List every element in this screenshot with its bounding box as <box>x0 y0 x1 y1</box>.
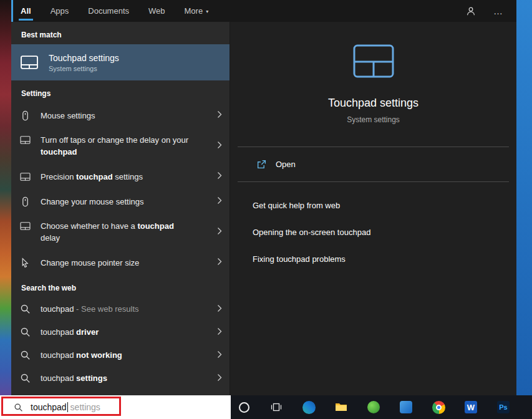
result-row[interactable]: touchpad <box>11 390 230 395</box>
chevron-right-icon <box>217 327 222 337</box>
pointer-icon <box>20 258 31 268</box>
tab-label: All <box>21 6 31 16</box>
result-text: Change mouse pointer size <box>41 257 194 269</box>
taskbar-search-field[interactable]: touchpad settings <box>0 395 231 419</box>
result-row[interactable]: Choose whether to have a touchpad delay <box>11 214 230 250</box>
chevron-right-icon <box>217 350 222 360</box>
tab-documents[interactable]: Documents <box>86 0 131 22</box>
dropdown-arrow-icon: ▾ <box>206 9 208 14</box>
more-options-icon[interactable]: … <box>493 6 504 16</box>
screen: AllAppsDocumentsWebMore▾ … Best match <box>0 0 532 419</box>
search-suggestion-text: settings <box>68 402 100 412</box>
desktop-wallpaper-right-edge <box>516 0 532 395</box>
result-row[interactable]: touchpad - See web results <box>11 297 230 320</box>
result-text: Precision touchpad settings <box>41 171 194 183</box>
help-link[interactable]: Opening the on-screen touchpad <box>253 228 370 237</box>
tab-all[interactable]: All <box>19 0 33 22</box>
tab-label: More <box>185 6 203 16</box>
result-text: Choose whether to have a touchpad delay <box>41 220 194 244</box>
touchpad-large-icon <box>230 44 516 80</box>
chevron-right-icon <box>217 172 222 181</box>
word-icon[interactable]: W <box>463 399 479 415</box>
taskbar: touchpad settings WPs <box>0 395 532 419</box>
search-icon <box>14 403 23 412</box>
result-sections: SettingsMouse settingsTurn off taps or c… <box>11 80 230 395</box>
result-text: Mouse settings <box>41 110 194 122</box>
touchpad-icon <box>20 171 31 182</box>
result-row[interactable]: touchpad driver <box>11 320 230 344</box>
result-row[interactable]: Change mouse pointer size <box>11 250 230 275</box>
help-header: Get quick help from web <box>230 182 516 210</box>
best-match-text: Touchpad settings System settings <box>49 53 119 72</box>
chevron-right-icon <box>217 111 222 120</box>
tab-apps[interactable]: Apps <box>49 0 71 22</box>
section-header: Search the web <box>11 275 230 297</box>
result-text: touchpad driver <box>41 326 194 338</box>
open-icon <box>256 159 267 170</box>
help-link[interactable]: Fixing touchpad problems <box>253 254 346 264</box>
chevron-right-icon <box>217 258 222 267</box>
best-match-title: Touchpad settings <box>49 53 119 63</box>
photoshop-icon[interactable]: Ps <box>495 399 511 415</box>
chevron-right-icon <box>217 228 222 237</box>
results-panel: Best match Touchpad settings System sett… <box>11 22 230 395</box>
chevron-right-icon <box>217 142 222 151</box>
help-links: Opening the on-screen touchpadFixing tou… <box>230 228 516 264</box>
desktop-wallpaper-left-edge <box>0 0 11 395</box>
mouse-icon <box>20 196 31 207</box>
search-icon <box>20 373 31 383</box>
chevron-right-icon <box>217 197 222 206</box>
edge-icon[interactable] <box>301 399 317 415</box>
file-explorer-icon[interactable] <box>333 399 349 415</box>
chevron-right-icon <box>217 304 222 314</box>
search-icon <box>20 304 31 314</box>
result-text: touchpad not working <box>41 349 194 361</box>
tab-label: Documents <box>88 6 129 16</box>
chrome-icon[interactable] <box>430 399 447 415</box>
task-view-icon[interactable] <box>268 399 284 415</box>
topbar-actions: … <box>466 0 516 22</box>
mouse-icon <box>20 110 31 121</box>
result-tabs: AllAppsDocumentsWebMore▾ <box>19 0 226 22</box>
preview-subtitle: System settings <box>230 115 516 124</box>
touchpad-icon <box>20 221 31 231</box>
best-match-result[interactable]: Touchpad settings System settings <box>11 44 230 80</box>
touchpad-icon <box>20 135 31 145</box>
result-text: Turn off taps or change the delay on you… <box>41 134 194 158</box>
search-filter-bar: AllAppsDocumentsWebMore▾ … <box>11 0 516 22</box>
taskbar-icons: WPs <box>231 399 532 415</box>
tab-label: Apps <box>51 6 69 16</box>
result-row[interactable]: Mouse settings <box>11 103 230 128</box>
search-icon <box>20 327 31 337</box>
app-green-icon[interactable] <box>365 399 382 415</box>
result-text: Change your mouse settings <box>41 196 194 208</box>
result-row[interactable]: touchpad not working <box>11 344 230 367</box>
tab-label: Web <box>148 6 165 16</box>
search-icon <box>20 350 31 360</box>
preview-title: Touchpad settings <box>230 97 516 110</box>
search-results-area: Best match Touchpad settings System sett… <box>11 22 516 395</box>
best-match-subtitle: System settings <box>49 65 119 72</box>
section-header: Settings <box>11 80 230 103</box>
search-input-value: touchpad <box>31 402 67 412</box>
tab-more[interactable]: More▾ <box>183 0 211 22</box>
result-text: touchpad settings <box>41 372 194 384</box>
preview-panel: Touchpad settings System settings Open G… <box>230 22 516 395</box>
app-blue-icon[interactable] <box>398 399 414 415</box>
result-row[interactable]: touchpad settings <box>11 367 230 390</box>
result-row[interactable]: Change your mouse settings <box>11 189 230 214</box>
result-text: touchpad - See web results <box>41 303 194 315</box>
chevron-right-icon <box>217 373 222 383</box>
account-icon[interactable] <box>466 6 476 16</box>
cortana-icon[interactable] <box>236 399 252 415</box>
result-row[interactable]: Turn off taps or change the delay on you… <box>11 128 230 164</box>
open-action[interactable]: Open <box>230 147 516 181</box>
result-row[interactable]: Precision touchpad settings <box>11 164 230 189</box>
open-label: Open <box>276 160 296 169</box>
tab-web[interactable]: Web <box>147 0 167 22</box>
search-flyout-window: AllAppsDocumentsWebMore▾ … Best match <box>11 0 516 395</box>
best-match-header: Best match <box>11 22 230 44</box>
touchpad-icon <box>20 54 39 70</box>
